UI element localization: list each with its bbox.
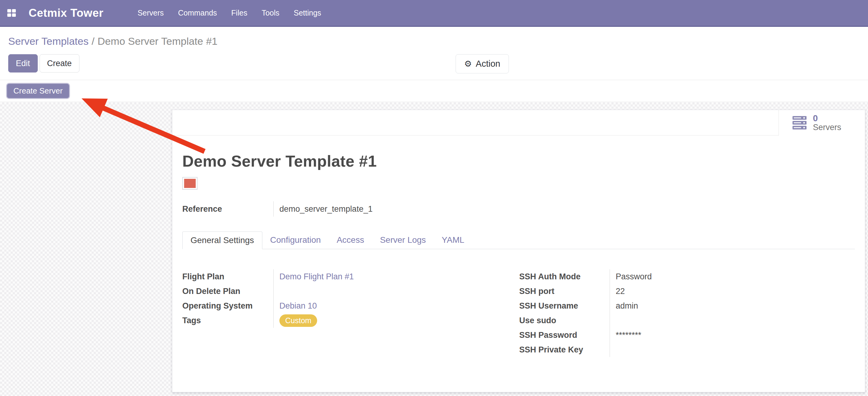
- stat-button-text: 0 Servers: [813, 114, 841, 132]
- nav-item-tools[interactable]: Tools: [262, 8, 279, 17]
- field-label: SSH Private Key: [519, 345, 610, 355]
- form-status-bar: Create Server: [0, 80, 868, 102]
- action-dropdown-button[interactable]: ⚙ Action: [456, 54, 509, 74]
- field-label: Flight Plan: [182, 272, 273, 281]
- field-label: SSH port: [519, 287, 610, 296]
- field-row-on-delete-plan: On Delete Plan: [182, 284, 519, 299]
- action-button-label: Action: [476, 59, 500, 69]
- nav-item-settings[interactable]: Settings: [294, 8, 321, 17]
- field-label: SSH Username: [519, 301, 610, 311]
- breadcrumb: Server Templates/Demo Server Template #1: [8, 35, 218, 47]
- ssh-auth-mode-value: Password: [610, 269, 855, 284]
- reference-value: demo_server_template_1: [273, 201, 373, 217]
- top-navbar: Cetmix Tower Servers Commands Files Tool…: [0, 0, 868, 27]
- ssh-port-value: 22: [610, 284, 855, 299]
- nav-item-files[interactable]: Files: [231, 8, 247, 17]
- control-panel-buttons: Edit Create: [8, 54, 80, 73]
- tab-server-logs[interactable]: Server Logs: [372, 231, 434, 249]
- nav-item-commands[interactable]: Commands: [178, 8, 217, 17]
- breadcrumb-separator: /: [89, 35, 97, 47]
- field-row-flight-plan: Flight Plan Demo Flight Plan #1: [182, 269, 519, 284]
- servers-stack-icon: [792, 116, 807, 130]
- reference-field-row: Reference demo_server_template_1: [182, 201, 855, 217]
- ssh-password-masked-value: ********: [610, 328, 855, 342]
- grid-icon: [7, 9, 16, 17]
- gear-icon: ⚙: [464, 60, 472, 68]
- flight-plan-link[interactable]: Demo Flight Plan #1: [279, 272, 354, 281]
- empty-field-value: [610, 342, 855, 357]
- operating-system-link[interactable]: Debian 10: [279, 301, 317, 311]
- fields-right-group: SSH Auth Mode Password SSH port 22 SSH U…: [519, 269, 855, 357]
- tab-configuration[interactable]: Configuration: [262, 231, 329, 249]
- reference-label: Reference: [182, 204, 273, 214]
- color-swatch-fill: [184, 179, 196, 188]
- button-box-ribbon: 0 Servers: [172, 110, 865, 136]
- servers-count: 0: [813, 114, 841, 123]
- field-row-ssh-username: SSH Username admin: [519, 299, 855, 313]
- create-server-button[interactable]: Create Server: [6, 83, 70, 99]
- field-row-ssh-private-key: SSH Private Key: [519, 342, 855, 357]
- field-label: SSH Auth Mode: [519, 272, 610, 281]
- tab-yaml[interactable]: YAML: [434, 231, 472, 249]
- field-label: On Delete Plan: [182, 287, 273, 296]
- field-label: Use sudo: [519, 316, 610, 325]
- empty-field-value: [610, 313, 855, 328]
- field-row-operating-system: Operating System Debian 10: [182, 299, 519, 313]
- empty-field-value: [273, 284, 519, 299]
- tab-access[interactable]: Access: [329, 231, 372, 249]
- breadcrumb-current: Demo Server Template #1: [97, 35, 217, 47]
- sheet-body: Demo Server Template #1 Reference demo_s…: [172, 152, 865, 357]
- field-label: Operating System: [182, 301, 273, 311]
- servers-stat-button[interactable]: 0 Servers: [778, 110, 865, 136]
- main-menu: Servers Commands Files Tools Settings: [137, 8, 321, 17]
- field-label: SSH Password: [519, 331, 610, 340]
- edit-button[interactable]: Edit: [8, 54, 38, 73]
- field-row-tags: Tags Custom: [182, 313, 519, 328]
- field-row-use-sudo: Use sudo: [519, 313, 855, 328]
- field-row-ssh-auth-mode: SSH Auth Mode Password: [519, 269, 855, 284]
- field-row-ssh-port: SSH port 22: [519, 284, 855, 299]
- general-settings-fields: Flight Plan Demo Flight Plan #1 On Delet…: [182, 269, 855, 357]
- server-template-sheet: 0 Servers Demo Server Template #1 Refere…: [172, 110, 865, 392]
- create-button[interactable]: Create: [39, 54, 80, 73]
- tab-general-settings[interactable]: General Settings: [182, 231, 262, 249]
- field-label: Tags: [182, 316, 273, 325]
- app-brand-title: Cetmix Tower: [29, 7, 103, 20]
- record-title: Demo Server Template #1: [182, 152, 855, 170]
- apps-menu-icon[interactable]: [5, 6, 18, 20]
- form-view-background: 0 Servers Demo Server Template #1 Refere…: [0, 102, 868, 396]
- breadcrumb-parent-link[interactable]: Server Templates: [8, 35, 89, 47]
- tag-badge-custom: Custom: [279, 314, 317, 327]
- ssh-username-value: admin: [610, 299, 855, 313]
- servers-count-label: Servers: [813, 123, 841, 132]
- fields-left-group: Flight Plan Demo Flight Plan #1 On Delet…: [182, 269, 519, 357]
- nav-item-servers[interactable]: Servers: [137, 8, 164, 17]
- notebook-tabs: General Settings Configuration Access Se…: [182, 231, 855, 249]
- field-row-ssh-password: SSH Password ********: [519, 328, 855, 342]
- color-picker-swatch: [182, 177, 197, 190]
